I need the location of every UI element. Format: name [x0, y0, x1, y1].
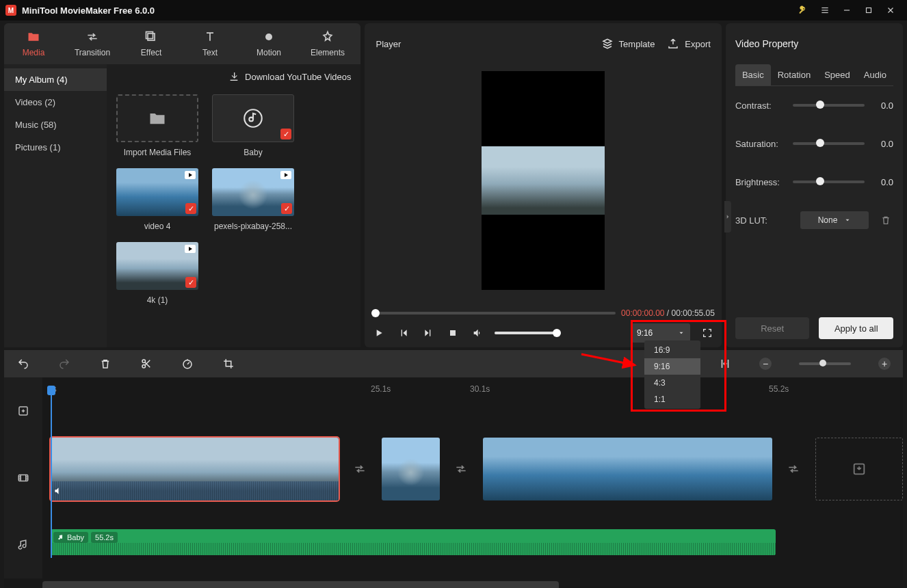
- tab-transition[interactable]: Transition: [63, 23, 122, 64]
- license-key-icon[interactable]: [792, 0, 814, 21]
- prev-frame-button[interactable]: [396, 325, 411, 340]
- minimize-icon[interactable]: [836, 0, 858, 21]
- properties-panel: Video Property Basic Rotation Speed Audi…: [726, 23, 903, 347]
- media-card-video[interactable]: ✓ video 4: [116, 168, 198, 231]
- saturation-slider[interactable]: [793, 142, 865, 145]
- contrast-label: Contrast:: [735, 101, 787, 111]
- tab-media[interactable]: Media: [4, 23, 63, 64]
- maximize-icon[interactable]: [858, 0, 880, 21]
- prop-tab-basic[interactable]: Basic: [735, 64, 771, 85]
- player-panel: Player Template Export 00:00:00.00 / 00:…: [365, 23, 721, 347]
- timeline-scrollbar[interactable]: [42, 580, 903, 587]
- svg-rect-11: [450, 330, 456, 336]
- stop-button[interactable]: [445, 325, 460, 340]
- export-label: Export: [685, 39, 711, 49]
- ratio-option[interactable]: 9:16: [644, 358, 700, 375]
- video-clip[interactable]: [382, 438, 440, 500]
- property-tabs: Basic Rotation Speed Audio: [735, 64, 893, 86]
- saturation-label: Saturation:: [735, 139, 787, 149]
- brightness-slider[interactable]: [793, 181, 865, 183]
- aspect-ratio-select[interactable]: 9:16: [631, 323, 690, 343]
- video-icon: [280, 171, 291, 179]
- zoom-out-button[interactable]: −: [759, 358, 772, 370]
- audio-track: Baby 55.2s: [42, 529, 903, 558]
- clip-dropzone[interactable]: [815, 438, 903, 500]
- play-button[interactable]: [371, 325, 386, 340]
- tab-motion[interactable]: Motion: [239, 23, 298, 64]
- prop-tab-rotation[interactable]: Rotation: [771, 64, 817, 85]
- apply-all-button[interactable]: Apply to all: [819, 317, 893, 339]
- media-card-video[interactable]: ✓ 4k (1): [116, 242, 198, 305]
- ratio-option[interactable]: 1:1: [644, 391, 700, 407]
- template-button[interactable]: Template: [601, 38, 655, 50]
- volume-icon[interactable]: [470, 325, 485, 340]
- transition-slot[interactable]: [785, 459, 804, 479]
- redo-button[interactable]: [57, 357, 71, 371]
- speed-button[interactable]: [181, 357, 194, 371]
- transition-slot[interactable]: [351, 459, 370, 479]
- svg-rect-4: [867, 8, 871, 13]
- ratio-option[interactable]: 4:3: [644, 375, 700, 391]
- app-logo: M: [5, 5, 16, 16]
- sidebar-item-album[interactable]: My Album (4): [4, 68, 107, 91]
- audio-clip-name: Baby: [53, 532, 88, 543]
- video-icon: [185, 171, 196, 179]
- zoom-in-button[interactable]: +: [878, 358, 891, 370]
- download-youtube-label: Download YouTube Videos: [245, 72, 351, 82]
- media-card-music[interactable]: ✓ Baby: [212, 94, 294, 157]
- zoom-slider[interactable]: [799, 362, 851, 365]
- playhead[interactable]: [51, 390, 52, 558]
- video-clip[interactable]: [51, 438, 339, 500]
- tab-label: Text: [202, 48, 218, 57]
- video-track-icon: [4, 444, 42, 511]
- tab-text[interactable]: Text: [181, 23, 239, 64]
- prop-tab-audio[interactable]: Audio: [857, 64, 893, 85]
- tab-label: Effect: [141, 48, 161, 57]
- crop-button[interactable]: [222, 357, 235, 371]
- card-label: Import Media Files: [124, 148, 192, 157]
- next-frame-button[interactable]: [421, 325, 436, 340]
- add-track-icon[interactable]: [4, 377, 42, 444]
- card-label: pexels-pixabay-258...: [214, 222, 292, 231]
- tab-label: Media: [23, 48, 45, 57]
- card-label: video 4: [144, 222, 171, 231]
- tab-effect[interactable]: Effect: [122, 23, 181, 64]
- clip-speaker-icon: [53, 486, 63, 498]
- sidebar-item-pictures[interactable]: Pictures (1): [4, 136, 107, 159]
- lut-select[interactable]: None: [800, 211, 869, 229]
- volume-slider[interactable]: [495, 332, 557, 334]
- saturation-value: 0.0: [870, 139, 893, 149]
- fullscreen-button[interactable]: [700, 325, 715, 340]
- transition-slot[interactable]: [452, 459, 471, 479]
- media-sidebar: My Album (4) Videos (2) Music (58) Pictu…: [4, 64, 107, 347]
- fit-timeline-icon[interactable]: [718, 357, 732, 371]
- timeline: 0s 25.1s 30.1s 55.2s: [4, 377, 903, 588]
- menu-icon[interactable]: [814, 0, 836, 21]
- close-icon[interactable]: [880, 0, 902, 21]
- split-button[interactable]: [140, 357, 153, 371]
- sidebar-item-music[interactable]: Music (58): [4, 113, 107, 136]
- lut-delete-icon[interactable]: [878, 213, 893, 228]
- export-button[interactable]: Export: [667, 38, 711, 50]
- prop-tab-speed[interactable]: Speed: [817, 64, 857, 85]
- undo-button[interactable]: [16, 357, 30, 371]
- ratio-option[interactable]: 16:9: [644, 342, 700, 358]
- card-label: Baby: [244, 148, 262, 157]
- download-youtube[interactable]: Download YouTube Videos: [107, 64, 360, 89]
- video-clip[interactable]: [483, 438, 772, 500]
- preview-viewport: [482, 71, 605, 290]
- audio-clip[interactable]: Baby 55.2s: [51, 529, 776, 555]
- sidebar-item-videos[interactable]: Videos (2): [4, 91, 107, 113]
- import-media-card[interactable]: Import Media Files: [116, 94, 198, 157]
- media-card-video[interactable]: ✓ pexels-pixabay-258...: [212, 168, 294, 231]
- tab-elements[interactable]: Elements: [298, 23, 357, 64]
- panel-collapse-handle[interactable]: [724, 201, 731, 232]
- seek-bar[interactable]: [371, 312, 616, 315]
- contrast-slider[interactable]: [793, 104, 865, 107]
- reset-button[interactable]: Reset: [735, 317, 810, 339]
- delete-button[interactable]: [98, 357, 112, 371]
- app-title: MiniTool MovieMaker Free 6.0.0: [22, 5, 155, 16]
- timeline-ruler[interactable]: 0s 25.1s 30.1s 55.2s: [42, 377, 903, 401]
- time-display: 00:00:00.00 / 00:00:55.05: [621, 308, 715, 318]
- check-icon: ✓: [185, 203, 196, 214]
